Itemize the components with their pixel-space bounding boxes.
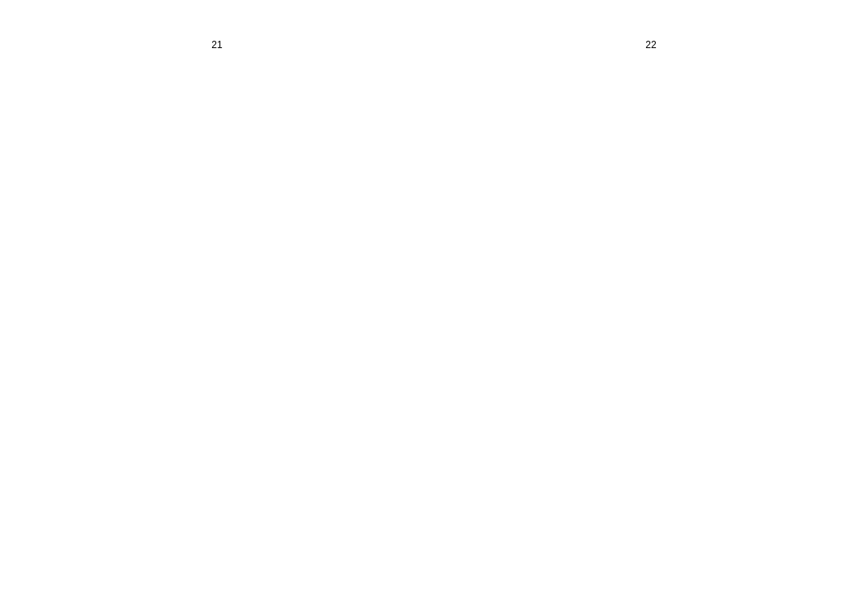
page-num-right: 22 [434,39,868,51]
page-num-left: 21 [0,39,434,51]
notification-section [442,15,860,20]
status-section [8,15,426,20]
page-numbers: 21 22 [0,39,868,51]
page-container [0,0,868,28]
